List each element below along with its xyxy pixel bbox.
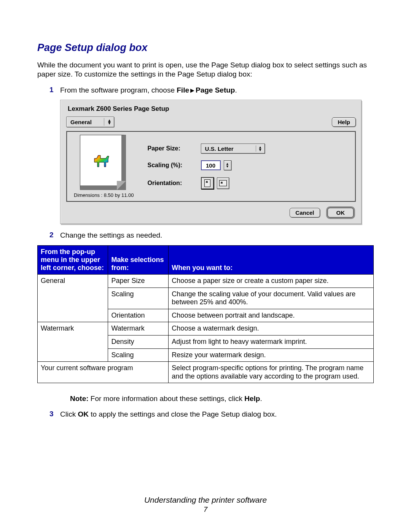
- step-number: 2: [49, 231, 60, 239]
- scaling-input[interactable]: 100: [201, 160, 221, 170]
- menu-file: File: [177, 86, 189, 94]
- note-label: Note:: [70, 395, 89, 403]
- cell-paper-size-desc: Choose a paper size or create a custom p…: [169, 275, 374, 288]
- step-1: 1 From the software program, choose File…: [49, 86, 374, 95]
- portrait-icon: [204, 179, 210, 187]
- note-text: For more information about these setting…: [89, 395, 245, 403]
- note-help: Help: [244, 395, 260, 403]
- cell-paper-size: Paper Size: [108, 275, 169, 288]
- page-footer: Understanding the printer software 7: [0, 495, 411, 514]
- preview-graphic-icon: [91, 151, 111, 170]
- cell-watermark: Watermark: [38, 322, 108, 362]
- category-popup-menu[interactable]: General ▲▼: [66, 117, 114, 127]
- orientation-portrait-button[interactable]: [201, 177, 214, 189]
- table-row: General Paper Size Choose a paper size o…: [38, 275, 374, 288]
- chevron-updown-icon: ▲▼: [258, 146, 262, 151]
- cell-scaling: Scaling: [108, 288, 169, 309]
- table-header-selections: Make selections from:: [108, 246, 169, 275]
- cell-orientation-desc: Choose between portrait and landscape.: [169, 309, 374, 322]
- cell-orientation: Orientation: [108, 309, 169, 322]
- cell-density-desc: Adjust from light to heavy watermark imp…: [169, 335, 374, 348]
- step-3: 3 Click OK to apply the settings and clo…: [49, 410, 374, 419]
- cell-software-program: Your current software program: [38, 362, 169, 383]
- page-setup-dialog: Lexmark Z600 Series Page Setup General ▲…: [60, 100, 362, 224]
- paper-size-dropdown[interactable]: U.S. Letter ▲▼: [201, 144, 265, 153]
- intro-paragraph: While the document you want to print is …: [37, 61, 374, 79]
- cell-general: General: [38, 275, 108, 322]
- cell-software-program-desc: Select program-specific options for prin…: [169, 362, 374, 383]
- paper-size-label: Paper Size:: [148, 145, 201, 152]
- orientation-label: Orientation:: [148, 180, 201, 187]
- ok-button[interactable]: OK: [328, 208, 354, 217]
- step-text-suffix: .: [235, 86, 237, 94]
- section-title: Page Setup dialog box: [37, 42, 374, 54]
- cell-wm-scale-desc: Resize your watermark design.: [169, 348, 374, 362]
- cell-density: Density: [108, 335, 169, 348]
- step-text: Click OK to apply the settings and close…: [60, 410, 277, 419]
- menu-page-setup: Page Setup: [196, 86, 235, 94]
- dimensions-text: Dimensions : 8.50 by 11.00: [74, 192, 134, 198]
- step-number: 1: [49, 86, 60, 94]
- options-table: From the pop-up menu in the upper left c…: [37, 245, 374, 383]
- step-2: 2 Change the settings as needed.: [49, 231, 374, 240]
- table-row: Your current software program Select pro…: [38, 362, 374, 383]
- step-text-bold: OK: [78, 410, 89, 418]
- page-number: 7: [0, 505, 411, 514]
- scaling-label: Scaling (%):: [148, 162, 201, 169]
- cell-wm: Watermark: [108, 322, 169, 335]
- preview-paper-icon: [80, 135, 126, 190]
- chapter-name: Understanding the printer software: [144, 495, 267, 504]
- step-text-prefix: Click: [60, 410, 78, 418]
- dialog-content: Dimensions : 8.50 by 11.00 Paper Size: U…: [66, 131, 356, 202]
- dialog-title: Lexmark Z600 Series Page Setup: [68, 105, 356, 113]
- step-text: From the software program, choose File▶P…: [60, 86, 237, 95]
- cell-wm-scale: Scaling: [108, 348, 169, 362]
- paper-size-value: U.S. Letter: [205, 145, 253, 152]
- cell-scaling-desc: Change the scaling value of your documen…: [169, 288, 374, 309]
- table-header-when: When you want to:: [169, 246, 374, 275]
- step-number: 3: [49, 410, 60, 418]
- note-block: Note: For more information about these s…: [70, 395, 374, 403]
- landscape-icon: [219, 180, 227, 186]
- step-text-suffix: to apply the settings and close the Page…: [89, 410, 277, 418]
- cancel-button[interactable]: Cancel: [290, 208, 320, 217]
- step-text-prefix: From the software program, choose: [60, 86, 177, 94]
- popup-value: General: [70, 119, 101, 125]
- orientation-landscape-button[interactable]: [217, 177, 229, 189]
- table-header-menu: From the pop-up menu in the upper left c…: [38, 246, 108, 275]
- chevron-down-icon: ▼: [226, 165, 229, 168]
- scaling-stepper[interactable]: ▲ ▼: [224, 160, 231, 170]
- cell-wm-desc: Choose a watermark design.: [169, 322, 374, 335]
- menu-arrow-icon: ▶: [190, 87, 194, 94]
- page-preview: Dimensions : 8.50 by 11.00: [72, 135, 134, 198]
- table-row: Watermark Watermark Choose a watermark d…: [38, 322, 374, 335]
- chevron-updown-icon: ▲▼: [107, 119, 112, 125]
- note-suffix: .: [260, 395, 262, 403]
- step-text: Change the settings as needed.: [60, 231, 162, 240]
- help-button[interactable]: Help: [332, 117, 356, 127]
